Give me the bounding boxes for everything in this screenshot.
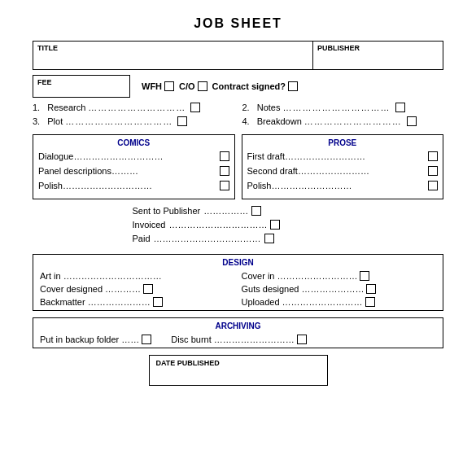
panel-dots: ……… xyxy=(111,166,138,176)
comics-prose-container: COMICS Dialogue ………………………… Panel descrip… xyxy=(33,134,443,199)
prose-box: PROSE First draft ……………………… Second draft… xyxy=(242,134,444,199)
backmatter-label: Backmatter xyxy=(40,297,85,307)
cover-in-row: Cover in ……………………… xyxy=(242,271,437,281)
contract-checkbox[interactable] xyxy=(288,81,298,91)
fee-row: FEE WFH C/O Contract signed? xyxy=(33,75,443,98)
research-label: Research xyxy=(47,103,85,112)
first-draft-label: First draft xyxy=(247,151,285,161)
cover-designed-checkbox[interactable] xyxy=(143,284,153,294)
cover-designed-label: Cover designed xyxy=(40,284,103,294)
cover-in-checkbox[interactable] xyxy=(360,271,369,281)
plot-label: Plot xyxy=(47,116,63,126)
comics-box: COMICS Dialogue ………………………… Panel descrip… xyxy=(33,134,235,199)
panel-checkbox[interactable] xyxy=(220,166,229,176)
dialogue-dots: ………………………… xyxy=(73,151,163,161)
sent-publisher-label: Sent to Publisher xyxy=(133,206,201,216)
backup-folder-item: Put in backup folder …… xyxy=(40,335,151,344)
breakdown-dots: ………………………… xyxy=(304,116,402,126)
backmatter-checkbox[interactable] xyxy=(153,297,163,307)
publisher-label: PUBLISHER xyxy=(317,44,439,52)
uploaded-checkbox[interactable] xyxy=(365,297,375,307)
date-published-box[interactable]: DATE PUBLISHED xyxy=(149,355,328,386)
notes-label: Notes xyxy=(257,103,281,112)
art-in-dots: …………………………… xyxy=(63,271,162,281)
title-label: TITLE xyxy=(37,44,308,52)
notes-dots: …………………………… xyxy=(283,103,391,112)
paid-label: Paid xyxy=(133,234,151,243)
polish-prose-label: Polish xyxy=(247,181,272,190)
breakdown-label: Breakdown xyxy=(257,116,302,126)
design-box: DESIGN Art in …………………………… Cover in ……………… xyxy=(33,254,443,311)
research-item: 1. Research ………………………… xyxy=(33,103,234,112)
wfh-field: WFH xyxy=(135,81,174,91)
uploaded-dots: ……………………… xyxy=(282,297,363,307)
dialogue-checkbox[interactable] xyxy=(220,151,229,161)
title-box[interactable]: TITLE xyxy=(33,41,313,70)
paid-dots: ……………………………… xyxy=(154,234,261,243)
dialogue-label: Dialogue xyxy=(38,151,73,161)
second-draft-checkbox[interactable] xyxy=(428,166,438,176)
second-draft-label: Second draft xyxy=(247,166,298,176)
notes-num: 2. xyxy=(242,103,250,112)
guts-designed-row: Guts designed ………………… xyxy=(242,284,437,294)
research-checkbox[interactable] xyxy=(190,103,200,112)
design-grid: Art in …………………………… Cover in ……………………… Co… xyxy=(40,271,436,307)
invoiced-row: Invoiced …………………………… xyxy=(133,220,344,230)
polish-prose-checkbox[interactable] xyxy=(428,181,438,190)
plot-num: 3. xyxy=(33,116,40,126)
guts-designed-label: Guts designed xyxy=(242,284,299,294)
polish-comics-checkbox[interactable] xyxy=(220,181,229,190)
sent-publisher-dots: …………… xyxy=(203,206,248,216)
comics-title: COMICS xyxy=(38,138,229,147)
plot-checkbox[interactable] xyxy=(177,116,187,126)
co-checkbox[interactable] xyxy=(198,81,207,91)
co-field: C/O xyxy=(179,81,207,91)
delivery-block: Sent to Publisher …………… Invoiced …………………… xyxy=(33,206,443,247)
design-title: DESIGN xyxy=(40,258,436,267)
wfh-checkbox[interactable] xyxy=(164,81,174,91)
disc-burnt-label: Disc burnt xyxy=(171,335,212,344)
publisher-box[interactable]: PUBLISHER xyxy=(313,41,443,70)
prose-title: PROSE xyxy=(247,138,439,147)
research-dots: ………………………… xyxy=(88,103,186,112)
invoiced-dots: …………………………… xyxy=(168,220,267,230)
tasks-row2: 3. Plot …………………………… 4. Breakdown …………………… xyxy=(33,116,443,126)
backup-folder-dots: …… xyxy=(121,335,139,344)
invoiced-checkbox[interactable] xyxy=(270,220,280,230)
polish-comics-row: Polish ………………………… xyxy=(38,181,229,190)
breakdown-num: 4. xyxy=(242,116,250,126)
plot-item: 3. Plot …………………………… xyxy=(33,116,234,126)
notes-checkbox[interactable] xyxy=(395,103,405,112)
sent-publisher-row: Sent to Publisher …………… xyxy=(133,206,344,216)
date-published-label: DATE PUBLISHED xyxy=(156,359,321,367)
guts-designed-checkbox[interactable] xyxy=(366,284,376,294)
archiving-row: Put in backup folder …… Disc burnt ……………… xyxy=(40,335,436,344)
sent-publisher-checkbox[interactable] xyxy=(251,206,261,216)
paid-checkbox[interactable] xyxy=(264,234,274,243)
first-draft-checkbox[interactable] xyxy=(428,151,438,161)
research-num: 1. xyxy=(33,103,40,112)
paid-row: Paid ……………………………… xyxy=(133,234,344,243)
notes-item: 2. Notes …………………………… xyxy=(242,103,444,112)
backup-folder-label: Put in backup folder xyxy=(40,335,119,344)
cover-in-dots: ……………………… xyxy=(277,271,357,281)
invoiced-label: Invoiced xyxy=(133,220,166,230)
contract-field: Contract signed? xyxy=(212,81,298,91)
uploaded-label: Uploaded xyxy=(242,297,280,307)
polish-prose-dots: ……………………… xyxy=(271,181,352,190)
second-draft-dots: …………………… xyxy=(298,166,369,176)
archiving-box: ARCHIVING Put in backup folder …… Disc b… xyxy=(33,317,443,348)
panel-label: Panel descriptions xyxy=(38,166,111,176)
dialogue-row: Dialogue ………………………… xyxy=(38,151,229,161)
co-label: C/O xyxy=(179,81,195,91)
first-draft-row: First draft ……………………… xyxy=(247,151,439,161)
breakdown-checkbox[interactable] xyxy=(407,116,417,126)
disc-burnt-item: Disc burnt ……………………… xyxy=(171,335,307,344)
title-publisher-row: TITLE PUBLISHER xyxy=(33,41,443,70)
polish-comics-label: Polish xyxy=(38,181,63,190)
contract-label: Contract signed? xyxy=(212,81,286,91)
disc-burnt-checkbox[interactable] xyxy=(297,335,307,344)
fee-box[interactable]: FEE xyxy=(33,75,130,98)
first-draft-dots: ……………………… xyxy=(285,151,365,161)
backup-folder-checkbox[interactable] xyxy=(142,335,151,344)
